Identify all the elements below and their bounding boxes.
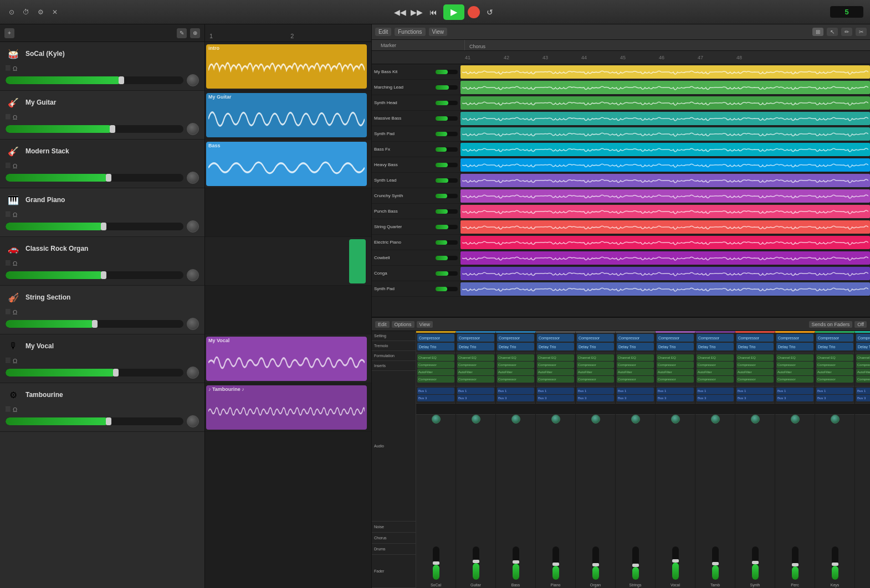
pan-knob-tambourine[interactable] [187, 415, 199, 427]
right-region-11[interactable] [460, 236, 870, 249]
right-region-2[interactable] [460, 96, 870, 110]
vert-fader-6[interactable] [672, 546, 679, 580]
region-2[interactable]: Bass [206, 142, 367, 186]
region-7[interactable]: ♪ Tambourine ♪ [206, 385, 367, 430]
mini-fader-2[interactable] [436, 101, 458, 105]
add-track-btn[interactable]: + [4, 28, 14, 38]
mini-fader-10[interactable] [436, 225, 458, 229]
right-region-5[interactable] [460, 143, 870, 156]
mute-icon-vocal[interactable]: 𝄚 [6, 357, 11, 364]
region-6[interactable]: My Vocal [206, 337, 367, 381]
region-1[interactable]: My Guitar [206, 93, 367, 137]
vert-fader-3[interactable] [552, 546, 559, 580]
zoom-btn[interactable]: ⊞ [812, 28, 823, 36]
mute-icon-modern[interactable]: 𝄚 [6, 162, 11, 169]
right-region-14[interactable] [460, 282, 870, 296]
mini-fader-0[interactable] [436, 70, 458, 74]
mini-fader-5[interactable] [436, 147, 458, 152]
channel-knob-6[interactable] [671, 415, 680, 424]
mute-icon-organ[interactable]: 𝄚 [6, 260, 11, 267]
edit-btn[interactable]: ✎ [177, 28, 187, 38]
right-region-3[interactable] [460, 112, 870, 125]
right-region-4[interactable] [460, 127, 870, 141]
channel-knob-10[interactable] [831, 415, 840, 424]
right-region-9[interactable] [460, 205, 870, 218]
region-0[interactable]: intro [206, 44, 367, 89]
tool3-btn[interactable]: ✂ [856, 28, 867, 36]
right-region-6[interactable] [460, 158, 870, 172]
channel-knob-4[interactable] [591, 415, 600, 424]
pan-knob-guitar[interactable] [187, 123, 199, 135]
vert-fader-8[interactable] [752, 546, 759, 580]
vert-fader-1[interactable] [473, 546, 479, 580]
vert-fader-9[interactable] [792, 546, 799, 580]
mini-fader-9[interactable] [436, 209, 458, 214]
fader-track-modern[interactable] [6, 174, 183, 182]
vert-fader-0[interactable] [433, 546, 439, 580]
right-region-13[interactable] [460, 267, 870, 280]
functions-btn[interactable]: Functions [395, 28, 425, 36]
mini-fader-6[interactable] [436, 163, 458, 167]
solo-icon-strings[interactable]: Ω [13, 309, 17, 316]
pan-knob-strings[interactable] [187, 318, 199, 330]
fader-track-strings[interactable] [6, 320, 183, 328]
cycle-btn[interactable]: ↺ [483, 7, 497, 18]
pan-knob-vocal[interactable] [187, 367, 199, 379]
mini-fader-1[interactable] [436, 85, 458, 90]
right-region-7[interactable] [460, 174, 870, 187]
edit-btn-right[interactable]: Edit [375, 28, 391, 36]
solo-icon-organ[interactable]: Ω [13, 260, 17, 267]
right-region-10[interactable] [460, 220, 870, 234]
mini-fader-12[interactable] [436, 256, 458, 260]
mute-icon-strings[interactable]: 𝄚 [6, 308, 11, 316]
tool1-btn[interactable]: ↖ [827, 28, 838, 36]
channel-knob-7[interactable] [711, 415, 720, 424]
record-btn[interactable] [468, 6, 480, 18]
vert-fader-5[interactable] [632, 546, 639, 580]
mixer-edit-btn[interactable]: Edit [375, 321, 390, 328]
forward-btn[interactable]: ▶▶ [410, 7, 423, 18]
pan-knob-piano[interactable] [187, 220, 199, 233]
fader-track-organ[interactable] [6, 271, 183, 279]
sends-btn[interactable]: Sends on Faders [809, 321, 853, 328]
pan-knob-socal[interactable] [187, 74, 199, 86]
channel-knob-3[interactable] [551, 415, 560, 424]
back-icon[interactable]: ⊙ [7, 7, 17, 17]
mixer-options-btn[interactable]: Options [392, 321, 414, 328]
fader-track-vocal[interactable] [6, 369, 183, 376]
right-region-0[interactable] [460, 65, 870, 79]
history-icon[interactable]: ⏱ [21, 7, 31, 17]
solo-icon-guitar[interactable]: Ω [13, 114, 17, 121]
region-4[interactable] [349, 239, 366, 283]
right-region-1[interactable] [460, 81, 870, 94]
settings-icon[interactable]: ⚙ [35, 7, 45, 17]
mini-fader-7[interactable] [436, 178, 458, 183]
mini-fader-4[interactable] [436, 132, 458, 136]
fader-track-tambourine[interactable] [6, 417, 183, 425]
solo-icon-piano[interactable]: Ω [13, 212, 17, 218]
solo-icon[interactable]: Ω [13, 65, 17, 72]
mini-fader-3[interactable] [436, 116, 458, 121]
view-btn[interactable]: View [429, 28, 448, 36]
pan-knob-organ[interactable] [187, 269, 199, 281]
mute-icon-guitar[interactable]: 𝄚 [6, 114, 11, 121]
skip-back-btn[interactable]: ⏮ [427, 7, 440, 18]
tool2-btn[interactable]: ✏ [841, 28, 852, 36]
mute-icon[interactable]: 𝄚 [6, 65, 11, 72]
pan-knob-modern[interactable] [187, 172, 199, 184]
mini-fader-14[interactable] [436, 287, 458, 291]
close-icon[interactable]: ✕ [50, 7, 60, 17]
right-region-8[interactable] [460, 189, 870, 203]
solo-icon-modern[interactable]: Ω [13, 163, 17, 169]
vert-fader-4[interactable] [592, 546, 599, 580]
vert-fader-7[interactable] [712, 546, 719, 580]
track-settings-btn[interactable]: ⊕ [190, 28, 200, 38]
channel-knob-2[interactable] [511, 415, 520, 424]
mute-icon-piano[interactable]: 𝄚 [6, 211, 11, 218]
mini-fader-8[interactable] [436, 194, 458, 198]
rewind-btn[interactable]: ◀◀ [393, 7, 407, 18]
right-region-12[interactable] [460, 251, 870, 265]
fader-track-guitar[interactable] [6, 125, 183, 133]
solo-icon-tambourine[interactable]: Ω [13, 406, 17, 413]
channel-knob-5[interactable] [631, 415, 640, 424]
